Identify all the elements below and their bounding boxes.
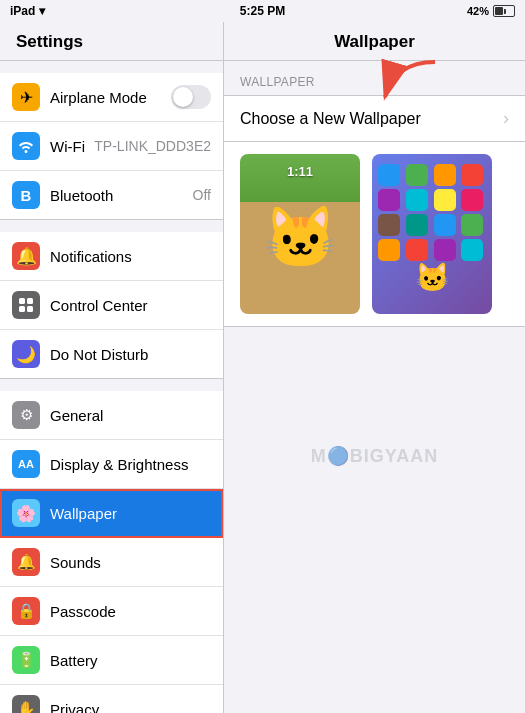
airplane-icon: ✈ bbox=[12, 83, 40, 111]
app-dot bbox=[434, 164, 456, 186]
choose-wallpaper-label: Choose a New Wallpaper bbox=[240, 110, 421, 128]
privacy-icon: ✋ bbox=[12, 695, 40, 713]
wifi-status-icon: ▾ bbox=[39, 4, 45, 18]
sidebar-item-displaybrightness[interactable]: AA Display & Brightness bbox=[0, 440, 223, 489]
choose-wallpaper-row[interactable]: Choose a New Wallpaper › bbox=[224, 95, 525, 142]
wallpaper-label: Wallpaper bbox=[50, 505, 211, 522]
preview-time: 1:11 bbox=[240, 164, 360, 179]
app-container: Settings ✈ Airplane Mode Wi-Fi TP-LINK_D… bbox=[0, 22, 525, 713]
svg-rect-0 bbox=[19, 298, 25, 304]
sounds-icon: 🔔 bbox=[12, 548, 40, 576]
sidebar-item-donotdisturb[interactable]: 🌙 Do Not Disturb bbox=[0, 330, 223, 378]
sidebar-item-privacy[interactable]: ✋ Privacy bbox=[0, 685, 223, 713]
bluetooth-value: Off bbox=[193, 187, 211, 203]
right-content: WALLPAPER Choose a New Wallpaper › 1:11 bbox=[224, 61, 525, 713]
sounds-label: Sounds bbox=[50, 554, 211, 571]
notifications-icon: 🔔 bbox=[12, 242, 40, 270]
settings-group-system: 🔔 Notifications Control Center 🌙 Do Not … bbox=[0, 232, 223, 379]
general-label: General bbox=[50, 407, 211, 424]
app-grid bbox=[372, 158, 492, 267]
lockscreen-preview[interactable]: 1:11 bbox=[240, 154, 360, 314]
watermark-area: M🔵BIGYAAN bbox=[224, 327, 525, 527]
sidebar-item-controlcenter[interactable]: Control Center bbox=[0, 281, 223, 330]
status-bar: iPad ▾ 5:25 PM 42% bbox=[0, 0, 525, 22]
airplane-label: Airplane Mode bbox=[50, 89, 171, 106]
status-time: 5:25 PM bbox=[240, 4, 285, 18]
battery-settings-icon: 🔋 bbox=[12, 646, 40, 674]
app-dot bbox=[461, 164, 483, 186]
app-dot bbox=[378, 214, 400, 236]
app-dot bbox=[378, 239, 400, 261]
app-dot bbox=[434, 214, 456, 236]
passcode-label: Passcode bbox=[50, 603, 211, 620]
general-icon: ⚙ bbox=[12, 401, 40, 429]
sidebar: Settings ✈ Airplane Mode Wi-Fi TP-LINK_D… bbox=[0, 22, 224, 713]
settings-group-preferences: ⚙ General AA Display & Brightness 🌸 Wall… bbox=[0, 391, 223, 713]
home-cat-emoji: 🐱 bbox=[415, 261, 450, 294]
sidebar-item-sounds[interactable]: 🔔 Sounds bbox=[0, 538, 223, 587]
app-dot bbox=[406, 164, 428, 186]
privacy-label: Privacy bbox=[50, 701, 211, 714]
donotdisturb-icon: 🌙 bbox=[12, 340, 40, 368]
app-dot bbox=[406, 189, 428, 211]
battery-icon bbox=[493, 5, 515, 17]
right-panel-title: Wallpaper bbox=[224, 22, 525, 61]
app-dot bbox=[461, 189, 483, 211]
app-dot bbox=[378, 164, 400, 186]
sidebar-item-general[interactable]: ⚙ General bbox=[0, 391, 223, 440]
sidebar-item-wifi[interactable]: Wi-Fi TP-LINK_DDD3E2 bbox=[0, 122, 223, 171]
right-panel-wrapper: Wallpaper WALLPAPER Choose a New Wallpap… bbox=[224, 22, 525, 713]
displaybrightness-label: Display & Brightness bbox=[50, 456, 211, 473]
status-left: iPad ▾ bbox=[10, 4, 45, 18]
status-right: 42% bbox=[467, 5, 515, 17]
app-dot bbox=[406, 239, 428, 261]
homescreen-preview[interactable]: 🐱 bbox=[372, 154, 492, 314]
svg-rect-3 bbox=[27, 306, 33, 312]
sidebar-item-battery[interactable]: 🔋 Battery bbox=[0, 636, 223, 685]
battery-percent: 42% bbox=[467, 5, 489, 17]
sidebar-item-wallpaper[interactable]: 🌸 Wallpaper bbox=[0, 489, 223, 538]
notifications-label: Notifications bbox=[50, 248, 211, 265]
wallpaper-previews: 1:11 bbox=[224, 142, 525, 327]
sidebar-item-passcode[interactable]: 🔒 Passcode bbox=[0, 587, 223, 636]
wifi-label: Wi-Fi bbox=[50, 138, 94, 155]
app-dot bbox=[406, 214, 428, 236]
svg-rect-1 bbox=[27, 298, 33, 304]
passcode-icon: 🔒 bbox=[12, 597, 40, 625]
app-dot bbox=[378, 189, 400, 211]
displaybrightness-icon: AA bbox=[12, 450, 40, 478]
bluetooth-label: Bluetooth bbox=[50, 187, 193, 204]
app-dot bbox=[461, 214, 483, 236]
section-label-wallpaper: WALLPAPER bbox=[224, 61, 525, 95]
donotdisturb-label: Do Not Disturb bbox=[50, 346, 211, 363]
right-panel: Wallpaper WALLPAPER Choose a New Wallpap… bbox=[224, 22, 525, 713]
airplane-toggle[interactable] bbox=[171, 85, 211, 109]
svg-rect-2 bbox=[19, 306, 25, 312]
sidebar-item-notifications[interactable]: 🔔 Notifications bbox=[0, 232, 223, 281]
bluetooth-icon: B bbox=[12, 181, 40, 209]
wifi-value: TP-LINK_DDD3E2 bbox=[94, 138, 211, 154]
chevron-right-icon: › bbox=[503, 108, 509, 129]
wallpaper-icon: 🌸 bbox=[12, 499, 40, 527]
app-dot bbox=[461, 239, 483, 261]
sidebar-item-bluetooth[interactable]: B Bluetooth Off bbox=[0, 171, 223, 219]
app-dot bbox=[434, 239, 456, 261]
sidebar-title: Settings bbox=[0, 22, 223, 61]
controlcenter-label: Control Center bbox=[50, 297, 211, 314]
app-dot bbox=[434, 189, 456, 211]
battery-label: Battery bbox=[50, 652, 211, 669]
wifi-icon bbox=[12, 132, 40, 160]
sidebar-item-airplane[interactable]: ✈ Airplane Mode bbox=[0, 73, 223, 122]
watermark-text: M🔵BIGYAAN bbox=[311, 445, 438, 467]
settings-group-connectivity: ✈ Airplane Mode Wi-Fi TP-LINK_DDD3E2 B B… bbox=[0, 73, 223, 220]
device-label: iPad bbox=[10, 4, 35, 18]
controlcenter-icon bbox=[12, 291, 40, 319]
